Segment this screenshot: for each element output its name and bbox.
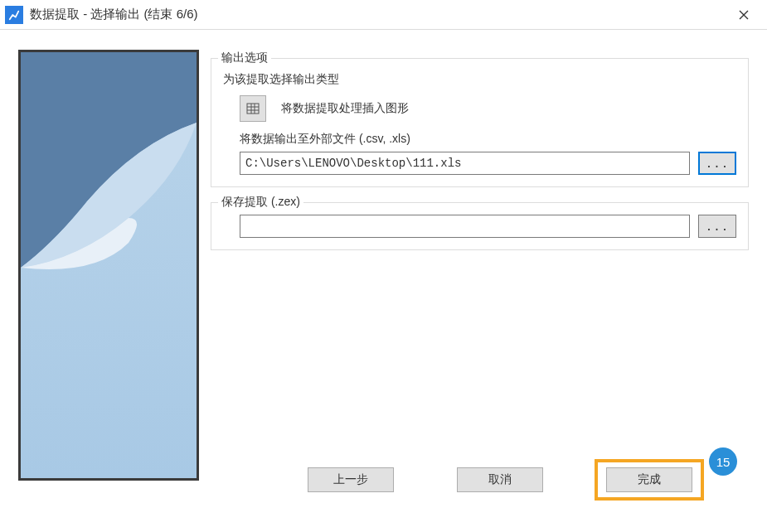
save-extract-group: 保存提取 (.zex) ... (211, 202, 749, 250)
close-button[interactable] (727, 2, 760, 27)
footer-buttons: 上一步 取消 完成 (212, 467, 749, 492)
external-output-label: 将数据输出至外部文件 (.csv, .xls) (240, 132, 736, 147)
step-callout-badge: 15 (709, 447, 737, 476)
right-pane: 输出选项 为该提取选择输出类型 将数据提取处理插入图形 将数据输出至外部文件 (… (199, 50, 749, 532)
table-insert-icon (246, 102, 260, 115)
page-curl-graphic (21, 52, 197, 478)
save-extract-legend: 保存提取 (.zex) (218, 195, 303, 210)
save-extract-row: ... (240, 215, 736, 238)
external-browse-button[interactable]: ... (698, 152, 736, 175)
external-path-input[interactable] (240, 152, 690, 175)
svg-rect-0 (247, 104, 259, 114)
titlebar: 数据提取 - 选择输出 (结束 6/6) (0, 0, 767, 30)
finish-button[interactable]: 完成 (606, 467, 692, 492)
back-button[interactable]: 上一步 (308, 467, 394, 492)
app-icon (5, 6, 23, 24)
window-title: 数据提取 - 选择输出 (结束 6/6) (30, 7, 727, 22)
output-subtitle: 为该提取选择输出类型 (223, 72, 736, 87)
save-extract-browse-button[interactable]: ... (698, 215, 736, 238)
save-extract-input[interactable] (240, 215, 690, 238)
external-output-row: ... (240, 152, 736, 175)
insert-label: 将数据提取处理插入图形 (281, 101, 409, 116)
preview-frame (18, 50, 199, 481)
output-options-legend: 输出选项 (218, 51, 271, 65)
insert-row: 将数据提取处理插入图形 (240, 95, 736, 122)
cancel-button[interactable]: 取消 (457, 467, 543, 492)
insert-into-graphic-button[interactable] (240, 95, 266, 122)
content-area: 输出选项 为该提取选择输出类型 将数据提取处理插入图形 将数据输出至外部文件 (… (0, 30, 767, 532)
output-options-group: 输出选项 为该提取选择输出类型 将数据提取处理插入图形 将数据输出至外部文件 (… (211, 58, 749, 187)
close-icon (739, 10, 749, 20)
